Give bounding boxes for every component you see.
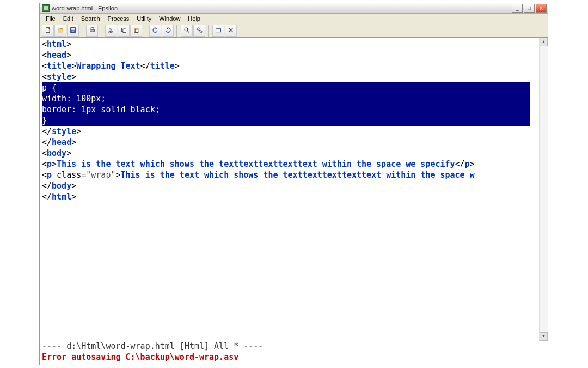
svg-rect-11 <box>135 29 138 33</box>
editor-area: <html> <head> <title>Wrapping Text</titl… <box>40 38 548 341</box>
svg-rect-2 <box>71 28 75 29</box>
svg-rect-3 <box>72 31 74 32</box>
menu-help[interactable]: Help <box>184 15 204 22</box>
svg-rect-9 <box>122 29 126 33</box>
svg-rect-16 <box>216 28 220 29</box>
menu-edit[interactable]: Edit <box>59 15 77 22</box>
menu-search[interactable]: Search <box>77 15 104 22</box>
status-error-line: Error autosaving C:\backup\word-wrap.asv <box>42 352 546 363</box>
toolbar-separator <box>208 25 211 37</box>
window-icon[interactable] <box>212 25 224 37</box>
new-file-icon[interactable] <box>42 25 54 37</box>
code-editor[interactable]: <html> <head> <title>Wrapping Text</titl… <box>40 38 539 341</box>
toolbar-separator <box>101 25 103 37</box>
menu-window[interactable]: Window <box>155 15 184 22</box>
cut-icon[interactable] <box>105 25 117 37</box>
svg-point-12 <box>185 28 188 31</box>
scroll-up-button[interactable]: ▲ <box>540 38 548 46</box>
open-file-icon[interactable] <box>54 25 66 37</box>
close-button[interactable]: X <box>536 4 547 13</box>
toolbar-separator <box>82 25 84 37</box>
minimize-button[interactable]: _ <box>512 4 523 13</box>
toolbar-separator <box>176 25 179 37</box>
app-icon <box>42 4 50 12</box>
window-title: word-wrap.html - Epsilon <box>52 5 512 11</box>
svg-point-14 <box>199 31 201 33</box>
maximize-button[interactable]: □ <box>524 4 535 13</box>
status-path-line: ---- d:\Html\word-wrap.html [Html] All *… <box>42 341 546 352</box>
svg-point-6 <box>108 31 110 33</box>
copy-icon[interactable] <box>118 25 130 37</box>
toolbar-separator <box>145 25 148 37</box>
menu-file[interactable]: File <box>42 15 59 22</box>
find-replace-icon[interactable] <box>193 25 205 37</box>
save-file-icon[interactable] <box>67 25 79 37</box>
menu-process[interactable]: Process <box>104 15 133 22</box>
scroll-track[interactable] <box>540 46 548 332</box>
vertical-scrollbar[interactable]: ▲ ▼ <box>539 38 548 341</box>
print-icon[interactable] <box>86 25 98 37</box>
redo-icon[interactable] <box>162 25 174 37</box>
scroll-down-button[interactable]: ▼ <box>540 332 548 341</box>
find-icon[interactable] <box>181 25 193 37</box>
toolbar <box>40 23 548 38</box>
titlebar: word-wrap.html - Epsilon _ □ X <box>40 3 548 14</box>
statusbar: ---- d:\Html\word-wrap.html [Html] All *… <box>40 341 548 365</box>
app-window: word-wrap.html - Epsilon _ □ X File Edit… <box>39 3 548 365</box>
paste-icon[interactable] <box>130 25 142 37</box>
svg-rect-5 <box>91 28 94 30</box>
close-doc-icon[interactable] <box>225 25 237 37</box>
menu-utility[interactable]: Utility <box>133 15 155 22</box>
svg-point-13 <box>197 28 199 30</box>
menubar: File Edit Search Process Utility Window … <box>40 14 548 23</box>
undo-icon[interactable] <box>149 25 161 37</box>
window-controls: _ □ X <box>512 4 547 13</box>
